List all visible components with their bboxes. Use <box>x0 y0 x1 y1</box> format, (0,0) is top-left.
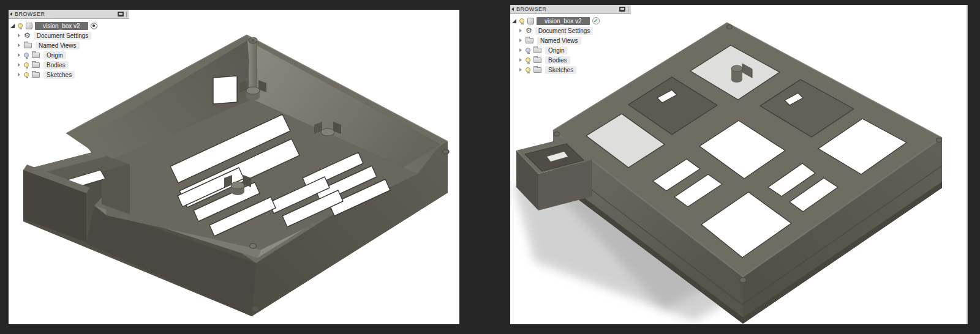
browser-tree: vision_box v2 ⚙ Document Settings Named … <box>9 19 129 80</box>
component-icon <box>527 18 534 24</box>
root-component-label[interactable]: vision_box v2 <box>35 22 88 30</box>
panel-title: BROWSER <box>15 11 115 17</box>
row-label[interactable]: Document Settings <box>34 32 92 40</box>
row-label[interactable]: Origin <box>43 51 66 59</box>
visibility-bulb-icon[interactable] <box>526 58 530 62</box>
chevron-right-icon[interactable] <box>519 29 522 32</box>
chevron-right-icon[interactable] <box>18 34 20 37</box>
display-icon[interactable] <box>118 12 124 17</box>
tree-row-document-settings[interactable]: ⚙ Document Settings <box>510 26 631 35</box>
tree-row-document-settings[interactable]: ⚙ Document Settings <box>9 31 129 40</box>
folder-icon <box>533 58 541 63</box>
chevron-right-icon[interactable] <box>519 68 522 72</box>
folder-icon <box>32 53 40 58</box>
row-label[interactable]: Document Settings <box>535 27 594 35</box>
browser-tree: vision_box v2 ✓ ⚙ Document Settings Name… <box>510 14 631 75</box>
row-label[interactable]: Named Views <box>36 42 80 50</box>
display-icon[interactable] <box>619 7 625 12</box>
visibility-bulb-off-icon[interactable] <box>24 53 29 58</box>
folder-icon <box>24 43 32 48</box>
expanded-icon[interactable] <box>10 24 15 28</box>
tree-row-origin[interactable]: Origin <box>9 50 129 60</box>
folder-icon <box>32 62 40 68</box>
expanded-icon[interactable] <box>512 19 516 23</box>
activate-radio-icon[interactable] <box>91 23 97 29</box>
browser-panel: BROWSER vision_box v2 ⚙ Document Setting… <box>9 10 129 80</box>
visibility-bulb-icon[interactable] <box>526 67 530 72</box>
tree-row-sketches[interactable]: Sketches <box>9 70 129 80</box>
chevron-right-icon[interactable] <box>18 73 20 76</box>
wall-cutout <box>213 76 237 104</box>
row-label[interactable]: Named Views <box>537 37 581 45</box>
tree-row-bodies[interactable]: Bodies <box>9 60 129 70</box>
folder-icon <box>526 38 533 43</box>
folder-icon <box>533 67 541 73</box>
row-label[interactable]: Bodies <box>43 61 69 69</box>
tree-row-named-views[interactable]: Named Views <box>510 35 631 45</box>
header-separator <box>126 12 127 17</box>
row-label[interactable]: Sketches <box>43 71 75 79</box>
folder-icon <box>533 48 541 53</box>
panel-title: BROWSER <box>516 6 617 12</box>
chevron-right-icon[interactable] <box>18 63 20 67</box>
gear-icon: ⚙ <box>526 28 532 34</box>
row-label[interactable]: Origin <box>545 46 568 54</box>
left-viewport: BROWSER vision_box v2 ⚙ Document Setting… <box>9 10 459 324</box>
panel-collapse-icon[interactable] <box>10 12 12 16</box>
chevron-right-icon[interactable] <box>519 39 522 42</box>
chevron-right-icon[interactable] <box>18 53 20 57</box>
visibility-bulb-icon[interactable] <box>18 23 23 28</box>
gear-icon: ⚙ <box>24 32 31 39</box>
row-label[interactable]: Sketches <box>545 66 576 74</box>
visibility-bulb-icon[interactable] <box>24 72 29 77</box>
tree-row-root[interactable]: vision_box v2 <box>9 21 129 31</box>
browser-header[interactable]: BROWSER <box>510 5 631 14</box>
browser-header[interactable]: BROWSER <box>9 10 129 19</box>
folder-icon <box>32 72 40 78</box>
tree-row-sketches[interactable]: Sketches <box>510 65 631 75</box>
chevron-right-icon[interactable] <box>519 58 522 62</box>
header-separator <box>628 7 628 12</box>
tree-row-named-views[interactable]: Named Views <box>9 40 129 50</box>
visibility-bulb-icon[interactable] <box>24 62 29 67</box>
visibility-bulb-off-icon[interactable] <box>526 48 530 53</box>
tree-row-origin[interactable]: Origin <box>510 45 631 55</box>
row-label[interactable]: Bodies <box>545 56 570 64</box>
chevron-right-icon[interactable] <box>519 48 522 52</box>
saved-check-icon: ✓ <box>592 17 600 24</box>
panel-collapse-icon[interactable] <box>511 7 514 11</box>
right-viewport: BROWSER vision_box v2 ✓ ⚙ Document Setti… <box>510 5 968 324</box>
browser-panel: BROWSER vision_box v2 ✓ ⚙ Document Setti… <box>510 5 631 75</box>
chevron-right-icon[interactable] <box>18 43 20 47</box>
root-component-label[interactable]: vision_box v2 <box>537 17 590 25</box>
tree-row-root[interactable]: vision_box v2 ✓ <box>510 16 631 26</box>
visibility-bulb-icon[interactable] <box>519 18 524 23</box>
component-icon <box>26 23 32 29</box>
tree-row-bodies[interactable]: Bodies <box>510 55 631 65</box>
